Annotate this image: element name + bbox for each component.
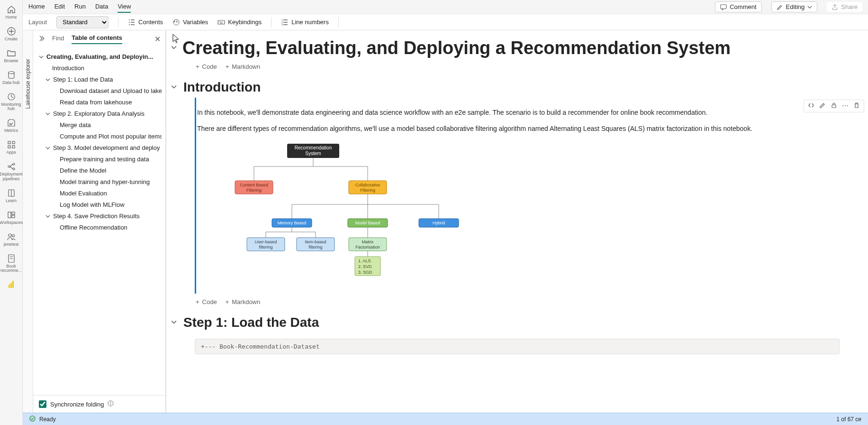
edit-icon[interactable]: [819, 102, 826, 110]
svg-rect-24: [218, 20, 225, 24]
toc-item[interactable]: Step 1: Load the Data: [36, 74, 162, 85]
status-cell-count: 1 of 67 ce: [836, 416, 861, 423]
folder-icon: [7, 48, 16, 58]
delete-icon[interactable]: [853, 102, 860, 110]
comment-button[interactable]: Comment: [715, 1, 761, 12]
mouse-cursor-icon: [172, 33, 180, 44]
rail-datahub[interactable]: Data hub: [0, 67, 22, 89]
svg-text:Memory Based: Memory Based: [278, 221, 307, 225]
svg-point-9: [13, 168, 15, 170]
rail-plus[interactable]: Create: [0, 24, 22, 46]
svg-text:Matrix: Matrix: [362, 240, 374, 244]
fold-toggle[interactable]: [171, 45, 179, 52]
workspaces-icon: [7, 210, 16, 220]
code-icon[interactable]: [808, 102, 814, 110]
svg-rect-42: [349, 181, 387, 194]
datahub-icon: [7, 70, 16, 80]
rail-people[interactable]: jenetest: [0, 229, 22, 251]
menu-data[interactable]: Data: [95, 1, 108, 13]
menu-run[interactable]: Run: [74, 1, 86, 13]
share-button[interactable]: Share: [827, 2, 862, 12]
keybindings-button[interactable]: Keybindings: [217, 18, 262, 26]
plus-icon: +: [226, 298, 229, 305]
variables-button[interactable]: x Variables: [172, 18, 208, 26]
toc-item[interactable]: Step 4. Save Prediction Results: [36, 211, 162, 222]
add-code-cell-button[interactable]: +Code: [196, 298, 217, 305]
toc-item[interactable]: Step 2. Exploratory Data Analysis: [36, 108, 162, 120]
more-icon[interactable]: ⋯: [842, 102, 849, 110]
plus-icon: +: [196, 63, 199, 70]
svg-text:3: 3: [281, 23, 283, 26]
toc-item[interactable]: Merge data: [36, 120, 162, 131]
fold-toggle[interactable]: [171, 319, 179, 326]
toc-tab[interactable]: Table of contents: [72, 34, 122, 44]
collapse-sidebar-button[interactable]: [38, 35, 45, 43]
fold-toggle[interactable]: [171, 84, 179, 91]
rail-home[interactable]: Home: [0, 2, 22, 24]
rail-apps[interactable]: Apps: [0, 137, 22, 159]
toc-item[interactable]: Log Model with MLFlow: [36, 199, 162, 211]
toc-sidebar: Find Table of contents ✕ Creating, Evalu…: [33, 30, 166, 413]
menu-view[interactable]: View: [118, 1, 131, 13]
toc-root[interactable]: Creating, Evaluating, and Deployin...: [36, 51, 162, 63]
toc-item[interactable]: Model training and hyper-tunning: [36, 176, 162, 188]
toc-item[interactable]: Model Evaluation: [36, 188, 162, 199]
menu-home[interactable]: Home: [28, 1, 45, 13]
layout-label: Layout: [28, 18, 47, 26]
svg-text:2: 2: [281, 21, 283, 24]
svg-text:Content Based: Content Based: [240, 183, 268, 187]
svg-point-33: [110, 402, 111, 402]
svg-text:Recommendation: Recommendation: [295, 145, 332, 150]
add-code-cell-button[interactable]: +Code: [196, 63, 217, 70]
toc-item[interactable]: Introduction: [36, 63, 162, 74]
toc-item[interactable]: Step 3. Model development and deploy: [36, 142, 162, 154]
menu-edit[interactable]: Edit: [54, 1, 65, 13]
toc-item[interactable]: Define the Model: [36, 165, 162, 176]
rail-pipeline[interactable]: Deployment pipelines: [0, 159, 22, 185]
svg-text:filtering: filtering: [308, 245, 322, 249]
status-success-icon: [29, 416, 36, 423]
svg-rect-17: [9, 285, 10, 288]
rail-powerbi[interactable]: [0, 277, 22, 293]
rail-folder[interactable]: Browse: [0, 46, 22, 67]
rail-metrics[interactable]: Metrics: [0, 115, 22, 137]
svg-text:Item-based: Item-based: [305, 240, 326, 244]
close-sidebar-button[interactable]: ✕: [154, 35, 161, 44]
rail-monitor[interactable]: Monitoring hub: [0, 89, 22, 116]
toc-item[interactable]: Read data from lakehouse: [36, 97, 162, 108]
sync-folding-checkbox[interactable]: [39, 400, 46, 408]
lakehouse-explorer-strip[interactable]: Lakehouse explorer: [23, 30, 33, 413]
svg-text:Factorisation: Factorisation: [355, 245, 380, 249]
markdown-cell[interactable]: ⋯ In this notebook, we'll demonstrate da…: [195, 98, 840, 294]
chevron-down-icon: [45, 77, 51, 82]
toc-item[interactable]: Download dataset and Upload to lakeh...: [36, 85, 162, 97]
status-bar: Ready 1 of 67 ce: [23, 413, 868, 425]
svg-rect-18: [10, 283, 12, 288]
rail-learn[interactable]: Learn: [0, 185, 22, 207]
editing-dropdown[interactable]: Editing: [771, 1, 818, 12]
svg-rect-3: [8, 141, 10, 144]
rail-notebook[interactable]: Book recomme...: [0, 251, 22, 277]
add-markdown-cell-button[interactable]: +Markdown: [226, 63, 261, 70]
svg-rect-47: [348, 219, 388, 227]
svg-rect-57: [349, 238, 387, 251]
layout-select[interactable]: Standard: [56, 16, 108, 28]
toc-item[interactable]: Offline Recommendation: [36, 222, 162, 233]
toc-item[interactable]: Prepare training and testing data: [36, 154, 162, 165]
intro-heading: Introduction: [183, 80, 261, 95]
svg-point-1: [9, 71, 14, 74]
toc-item[interactable]: Compute and Plot most popular items: [36, 131, 162, 142]
find-tab[interactable]: Find: [52, 35, 64, 44]
home-icon: [7, 5, 16, 14]
notebook-icon: [7, 254, 16, 263]
rail-workspaces[interactable]: Workspaces: [0, 207, 22, 229]
add-markdown-cell-button[interactable]: +Markdown: [226, 298, 261, 305]
line-numbers-button[interactable]: 123 Line numbers: [281, 18, 329, 26]
info-icon[interactable]: [108, 400, 114, 408]
code-cell-preview[interactable]: +--- Book-Recommendation-Dataset: [195, 339, 840, 354]
contents-button[interactable]: Contents: [128, 18, 163, 26]
lock-icon[interactable]: [831, 102, 837, 110]
svg-rect-49: [419, 219, 459, 227]
svg-rect-5: [8, 146, 10, 148]
svg-rect-60: [355, 257, 380, 276]
